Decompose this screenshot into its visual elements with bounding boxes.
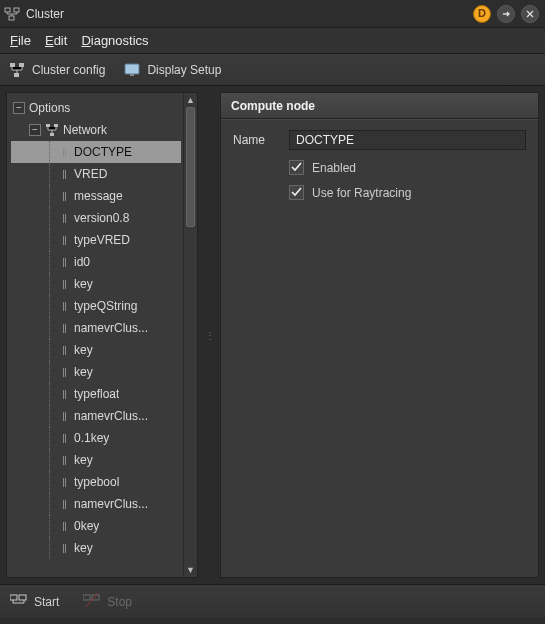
node-handle-icon <box>63 412 68 421</box>
node-handle-icon <box>63 236 68 245</box>
tree-line <box>49 471 63 493</box>
tree-item[interactable]: 0key <box>11 515 181 537</box>
tree-item-label: key <box>74 453 93 467</box>
tree-item-label: typebool <box>74 475 119 489</box>
tree-node-network[interactable]: − Network <box>11 119 181 141</box>
stop-label: Stop <box>107 595 132 609</box>
node-handle-icon <box>63 280 68 289</box>
tree-line <box>49 229 63 251</box>
cluster-config-icon <box>8 61 26 79</box>
detail-body: Name Enabled Use for Raytracing <box>221 119 538 210</box>
enabled-checkbox[interactable] <box>289 160 304 175</box>
menu-edit[interactable]: Edit <box>45 33 67 48</box>
svg-rect-5 <box>14 73 19 77</box>
tree-item-label: VRED <box>74 167 107 181</box>
tree-item[interactable]: typebool <box>11 471 181 493</box>
start-label: Start <box>34 595 59 609</box>
stop-button: Stop <box>83 593 132 610</box>
tree-item[interactable]: key <box>11 361 181 383</box>
svg-rect-1 <box>14 8 19 12</box>
tree-item[interactable]: namevrClus... <box>11 493 181 515</box>
menubar: File Edit Diagnostics <box>0 28 545 54</box>
name-input[interactable] <box>289 130 526 150</box>
tree-panel: − Options − Network DOCTYPEVREDmessageve… <box>6 92 198 578</box>
tree-line <box>49 317 63 339</box>
raytrace-label: Use for Raytracing <box>312 186 411 200</box>
tree-line <box>49 493 63 515</box>
menu-file[interactable]: File <box>10 33 31 48</box>
tree-item[interactable]: key <box>11 339 181 361</box>
svg-rect-0 <box>5 8 10 12</box>
stop-icon <box>83 593 101 610</box>
tree-line <box>49 361 63 383</box>
close-button[interactable] <box>521 5 539 23</box>
tree-item[interactable]: typeQString <box>11 295 181 317</box>
display-setup-label: Display Setup <box>147 63 221 77</box>
svg-rect-8 <box>46 124 50 127</box>
node-handle-icon <box>63 544 68 553</box>
tree-item-label: key <box>74 365 93 379</box>
tree-item-label: 0key <box>74 519 99 533</box>
enabled-label: Enabled <box>312 161 356 175</box>
tree-item[interactable]: typefloat <box>11 383 181 405</box>
tree-line <box>49 405 63 427</box>
tree-item[interactable]: message <box>11 185 181 207</box>
tree-item[interactable]: id0 <box>11 251 181 273</box>
tree-item-label: version0.8 <box>74 211 129 225</box>
node-handle-icon <box>63 500 68 509</box>
tree-scroll-area: − Options − Network DOCTYPEVREDmessageve… <box>7 93 183 577</box>
tree-line <box>49 295 63 317</box>
display-setup-button[interactable]: Display Setup <box>123 61 221 79</box>
tree-item[interactable]: 0.1key <box>11 427 181 449</box>
tree-item[interactable]: DOCTYPE <box>11 141 181 163</box>
scroll-thumb[interactable] <box>186 107 195 227</box>
collapse-icon[interactable]: − <box>29 124 41 136</box>
start-icon <box>10 593 28 610</box>
svg-rect-12 <box>19 595 26 600</box>
node-handle-icon <box>63 522 68 531</box>
svg-rect-11 <box>10 595 17 600</box>
start-button[interactable]: Start <box>10 593 59 610</box>
scroll-up-icon[interactable]: ▲ <box>184 93 197 107</box>
tree-item[interactable]: typeVRED <box>11 229 181 251</box>
node-handle-icon <box>63 214 68 223</box>
raytrace-checkbox[interactable] <box>289 185 304 200</box>
tree-item-label: namevrClus... <box>74 409 148 423</box>
minimize-button[interactable] <box>497 5 515 23</box>
tree-item[interactable]: VRED <box>11 163 181 185</box>
tree-line <box>49 537 63 559</box>
main-split: − Options − Network DOCTYPEVREDmessageve… <box>0 86 545 584</box>
svg-rect-9 <box>54 124 58 127</box>
network-icon <box>45 123 59 137</box>
tree-root-options[interactable]: − Options <box>11 97 181 119</box>
tree-item[interactable]: key <box>11 537 181 559</box>
tree-line <box>49 449 63 471</box>
menu-diagnostics[interactable]: Diagnostics <box>81 33 148 48</box>
splitter-handle[interactable]: ⋮ <box>206 92 212 578</box>
tree-scrollbar[interactable]: ▲ ▼ <box>183 93 197 577</box>
tree-item[interactable]: namevrClus... <box>11 317 181 339</box>
tree-item-label: message <box>74 189 123 203</box>
collapse-icon[interactable]: − <box>13 102 25 114</box>
node-handle-icon <box>63 192 68 201</box>
node-handle-icon <box>63 346 68 355</box>
cluster-app-icon <box>4 7 20 21</box>
svg-rect-2 <box>9 16 14 20</box>
node-handle-icon <box>63 456 68 465</box>
tree-line <box>49 141 63 163</box>
tree-item-label: namevrClus... <box>74 497 148 511</box>
tree-item[interactable]: version0.8 <box>11 207 181 229</box>
tree-item[interactable]: key <box>11 273 181 295</box>
tree-item[interactable]: namevrClus... <box>11 405 181 427</box>
tree-item[interactable]: key <box>11 449 181 471</box>
tree-item-label: key <box>74 277 93 291</box>
tree-line <box>49 427 63 449</box>
scroll-down-icon[interactable]: ▼ <box>184 563 197 577</box>
badge-d-icon[interactable]: D <box>473 5 491 23</box>
node-handle-icon <box>63 390 68 399</box>
svg-rect-13 <box>83 595 90 600</box>
tree-item-label: 0.1key <box>74 431 109 445</box>
svg-rect-7 <box>130 74 134 76</box>
tree-line <box>49 185 63 207</box>
cluster-config-button[interactable]: Cluster config <box>8 61 105 79</box>
